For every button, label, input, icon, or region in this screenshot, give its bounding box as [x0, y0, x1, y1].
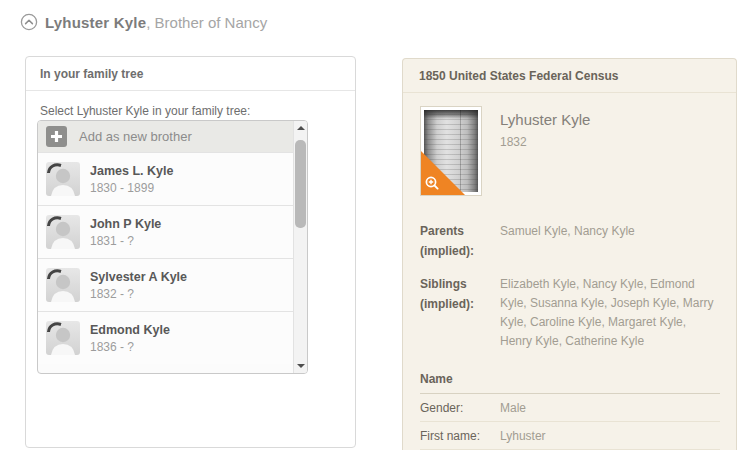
census-record-panel: 1850 United States Federal Census Lyhust…: [402, 58, 737, 450]
page-header: Lyhuster Kyle , Brother of Nancy: [20, 13, 267, 31]
chevron-up-circle-icon[interactable]: [20, 13, 38, 31]
scroll-up-button[interactable]: [294, 121, 307, 135]
person-lifespan: 1836 - ?: [90, 340, 170, 354]
detail-label: First name:: [420, 429, 500, 443]
census-document-thumbnail[interactable]: [420, 106, 482, 196]
male-avatar-icon: [46, 215, 80, 249]
male-avatar-icon: [46, 321, 80, 355]
page-title-name: Lyhuster Kyle: [45, 14, 146, 31]
census-record-title: 1850 United States Federal Census: [403, 59, 736, 93]
scroll-down-arrow-icon: [297, 364, 305, 368]
census-record-body: Lyhuster Kyle 1832 Parents (implied): Sa…: [403, 93, 736, 450]
tree-person-list: Add as new brother James L. Kyle 1830 - …: [37, 120, 308, 374]
person-lifespan: 1832 - ?: [90, 287, 187, 301]
add-as-new-brother-button[interactable]: Add as new brother: [38, 121, 307, 152]
name-section: Name Gender: Male First name: Lyhuster L…: [420, 372, 720, 450]
detail-row-first-name: First name: Lyhuster: [420, 422, 720, 450]
person-name: James L. Kyle: [90, 164, 173, 178]
detail-label: Gender:: [420, 401, 500, 415]
person-name: Edmond Kyle: [90, 323, 170, 337]
magnifier-plus-icon: [424, 175, 441, 192]
add-as-new-brother-label: Add as new brother: [79, 129, 192, 144]
match-compare-page: Lyhuster Kyle , Brother of Nancy In your…: [0, 0, 750, 450]
record-meta: Lyhuster Kyle 1832: [500, 106, 590, 196]
tree-person-row[interactable]: Edmond Kyle 1836 - ?: [38, 311, 295, 364]
detail-row-gender: Gender: Male: [420, 394, 720, 422]
name-section-title: Name: [420, 372, 720, 394]
detail-value: Male: [500, 401, 526, 415]
fact-label: Parents (implied):: [420, 221, 500, 261]
record-birth-year: 1832: [500, 135, 590, 149]
detail-value: Lyhuster: [500, 429, 546, 443]
record-header: Lyhuster Kyle 1832: [420, 106, 720, 196]
scrollbar-thumb[interactable]: [295, 140, 306, 228]
fact-label: Siblings (implied):: [420, 274, 500, 351]
person-lifespan: 1831 - ?: [90, 234, 161, 248]
select-instruction: Select Lyhuster Kyle in your family tree…: [40, 104, 341, 118]
male-avatar-icon: [46, 268, 80, 302]
tree-person-row[interactable]: James L. Kyle 1830 - 1899: [38, 152, 295, 205]
fact-row-siblings: Siblings (implied): Elizabeth Kyle, Nanc…: [420, 274, 720, 351]
family-tree-panel-title: In your family tree: [26, 57, 355, 91]
tree-person-row[interactable]: John P Kyle 1831 - ?: [38, 205, 295, 258]
plus-icon: [46, 126, 67, 147]
record-person-name: Lyhuster Kyle: [500, 111, 590, 128]
scroll-down-button[interactable]: [294, 359, 307, 373]
person-lifespan: 1830 - 1899: [90, 181, 173, 195]
fact-value: Elizabeth Kyle, Nancy Kyle, Edmond Kyle,…: [500, 274, 720, 351]
male-avatar-icon: [46, 162, 80, 196]
page-title-relation: , Brother of Nancy: [146, 14, 267, 31]
fact-row-parents: Parents (implied): Samuel Kyle, Nancy Ky…: [420, 221, 720, 261]
list-scrollbar[interactable]: [293, 121, 307, 373]
implied-facts: Parents (implied): Samuel Kyle, Nancy Ky…: [420, 221, 720, 351]
fact-value: Samuel Kyle, Nancy Kyle: [500, 221, 635, 261]
person-name: John P Kyle: [90, 217, 161, 231]
family-tree-panel: In your family tree Select Lyhuster Kyle…: [25, 56, 356, 448]
person-name: Sylvester A Kyle: [90, 270, 187, 284]
tree-person-row[interactable]: Sylvester A Kyle 1832 - ?: [38, 258, 295, 311]
scroll-up-arrow-icon: [297, 126, 305, 130]
